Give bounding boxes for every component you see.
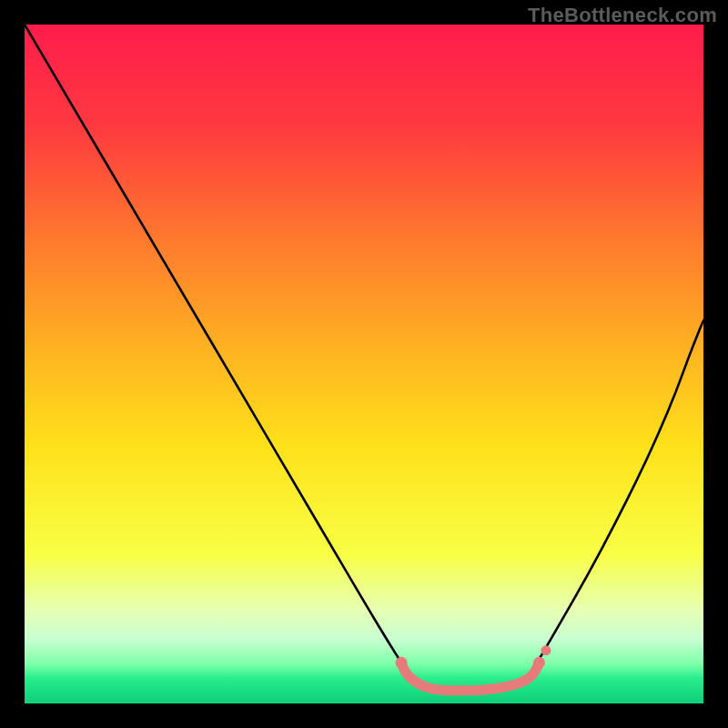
watermark-text: TheBottleneck.com — [528, 4, 717, 27]
chart-plot-area — [25, 25, 703, 703]
chart-frame: TheBottleneck.com — [0, 0, 728, 728]
chart-svg — [25, 25, 703, 703]
marker-dot — [533, 657, 545, 669]
marker-dot — [541, 645, 551, 655]
marker-dot — [396, 657, 408, 669]
